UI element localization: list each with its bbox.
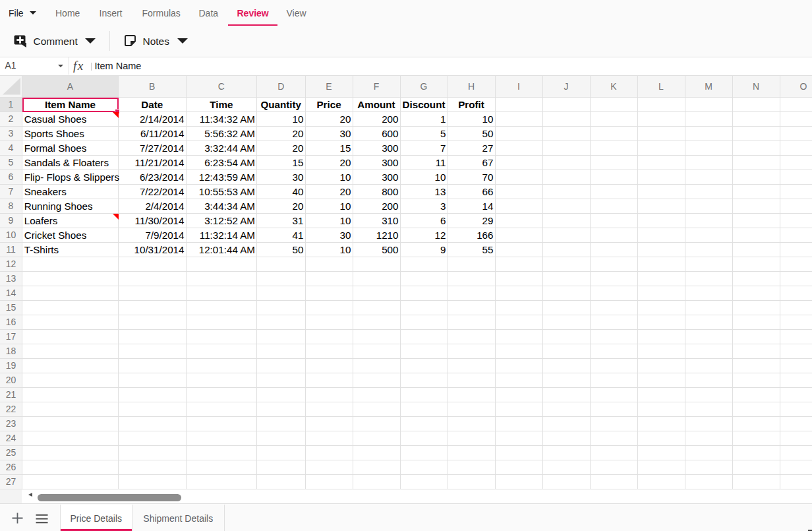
- svg-text:2: 2: [9, 113, 14, 124]
- svg-text:3:12:52 AM: 3:12:52 AM: [204, 215, 255, 226]
- svg-text:Sneakers: Sneakers: [24, 186, 67, 197]
- svg-text:Amount: Amount: [357, 99, 395, 110]
- svg-text:12: 12: [435, 230, 446, 241]
- svg-text:15: 15: [340, 142, 351, 154]
- svg-text:31: 31: [293, 215, 304, 226]
- svg-text:Time: Time: [210, 99, 233, 110]
- svg-text:I: I: [517, 81, 520, 92]
- svg-text:10: 10: [340, 172, 351, 183]
- svg-text:10: 10: [435, 172, 446, 183]
- svg-text:16: 16: [6, 317, 16, 327]
- svg-text:6: 6: [440, 215, 446, 226]
- svg-text:50: 50: [482, 128, 494, 139]
- svg-text:11:32:14 AM: 11:32:14 AM: [200, 230, 255, 241]
- svg-text:20: 20: [293, 201, 304, 212]
- svg-text:29: 29: [482, 215, 494, 226]
- svg-text:6:23:54 AM: 6:23:54 AM: [204, 157, 255, 168]
- svg-text:10: 10: [340, 201, 351, 212]
- svg-text:5: 5: [440, 128, 446, 139]
- svg-text:21: 21: [6, 389, 16, 400]
- svg-text:Formal Shoes: Formal Shoes: [24, 142, 87, 154]
- svg-text:Discount: Discount: [403, 99, 446, 110]
- svg-text:27: 27: [6, 476, 16, 487]
- svg-text:K: K: [610, 81, 617, 92]
- svg-text:Flip- Flops & Slippers: Flip- Flops & Slippers: [24, 172, 120, 183]
- svg-text:2/4/2014: 2/4/2014: [145, 201, 184, 212]
- svg-text:11/30/2014: 11/30/2014: [135, 215, 185, 226]
- svg-text:O: O: [800, 81, 807, 92]
- svg-text:3: 3: [440, 201, 446, 212]
- svg-text:166: 166: [477, 230, 493, 241]
- svg-text:7: 7: [9, 186, 14, 197]
- svg-text:20: 20: [293, 142, 304, 154]
- svg-text:12:43:59 AM: 12:43:59 AM: [199, 172, 255, 183]
- svg-text:14: 14: [482, 201, 494, 212]
- svg-text:7/9/2014: 7/9/2014: [145, 230, 184, 241]
- svg-text:27: 27: [482, 142, 494, 154]
- svg-text:G: G: [420, 81, 428, 92]
- svg-text:Sandals & Floaters: Sandals & Floaters: [24, 157, 109, 168]
- svg-text:A: A: [67, 81, 74, 92]
- svg-text:Loafers: Loafers: [24, 215, 58, 226]
- svg-text:Profit: Profit: [458, 99, 484, 110]
- svg-text:20: 20: [340, 113, 351, 125]
- svg-text:26: 26: [6, 462, 16, 472]
- svg-text:13: 13: [6, 273, 16, 284]
- svg-text:67: 67: [482, 157, 494, 168]
- svg-text:310: 310: [382, 215, 398, 226]
- svg-text:10: 10: [482, 113, 494, 125]
- svg-text:13: 13: [435, 186, 446, 197]
- svg-text:3:44:34 AM: 3:44:34 AM: [204, 201, 255, 212]
- svg-text:J: J: [564, 81, 569, 92]
- svg-text:1: 1: [440, 113, 446, 125]
- svg-text:E: E: [326, 81, 332, 92]
- svg-text:L: L: [658, 81, 664, 92]
- svg-text:Date: Date: [141, 99, 163, 110]
- svg-text:6/11/2014: 6/11/2014: [140, 128, 184, 139]
- svg-text:Cricket Shoes: Cricket Shoes: [24, 230, 87, 241]
- svg-text:12: 12: [6, 259, 16, 269]
- svg-text:C: C: [218, 81, 225, 92]
- svg-text:50: 50: [293, 244, 304, 255]
- svg-text:10/31/2014: 10/31/2014: [134, 244, 184, 255]
- svg-text:300: 300: [382, 157, 398, 168]
- svg-text:9: 9: [9, 215, 14, 226]
- svg-text:12:01:44 AM: 12:01:44 AM: [199, 244, 255, 255]
- svg-text:41: 41: [293, 230, 304, 241]
- svg-text:2/14/2014: 2/14/2014: [140, 113, 185, 125]
- svg-text:3:32:44 AM: 3:32:44 AM: [204, 142, 255, 154]
- svg-text:3: 3: [9, 128, 14, 139]
- svg-text:200: 200: [382, 201, 398, 212]
- svg-text:1210: 1210: [376, 230, 399, 241]
- svg-text:66: 66: [482, 186, 494, 197]
- svg-text:Quantity: Quantity: [260, 99, 301, 110]
- svg-text:1: 1: [9, 99, 14, 109]
- svg-text:5: 5: [9, 157, 14, 168]
- svg-text:7/27/2014: 7/27/2014: [140, 142, 185, 154]
- svg-text:19: 19: [6, 360, 16, 371]
- svg-text:800: 800: [382, 186, 398, 197]
- svg-text:30: 30: [293, 172, 304, 183]
- svg-text:F: F: [374, 81, 380, 92]
- svg-text:18: 18: [6, 346, 16, 356]
- svg-text:6: 6: [9, 172, 14, 182]
- svg-text:10: 10: [340, 215, 351, 226]
- svg-text:H: H: [468, 81, 475, 92]
- svg-text:11: 11: [6, 244, 16, 255]
- svg-text:11: 11: [436, 157, 446, 168]
- svg-text:20: 20: [6, 375, 16, 385]
- svg-text:7: 7: [440, 142, 446, 154]
- svg-text:40: 40: [293, 186, 304, 197]
- svg-text:7/22/2014: 7/22/2014: [140, 186, 185, 197]
- svg-text:N: N: [753, 81, 759, 92]
- svg-text:300: 300: [382, 142, 398, 154]
- svg-text:70: 70: [482, 172, 494, 183]
- svg-text:10: 10: [340, 244, 351, 255]
- svg-text:11:34:32 AM: 11:34:32 AM: [200, 113, 255, 125]
- svg-text:55: 55: [482, 244, 494, 255]
- svg-text:20: 20: [293, 128, 304, 139]
- svg-text:25: 25: [6, 447, 16, 458]
- svg-text:17: 17: [6, 331, 16, 342]
- svg-text:30: 30: [340, 230, 351, 241]
- svg-text:14: 14: [6, 288, 16, 298]
